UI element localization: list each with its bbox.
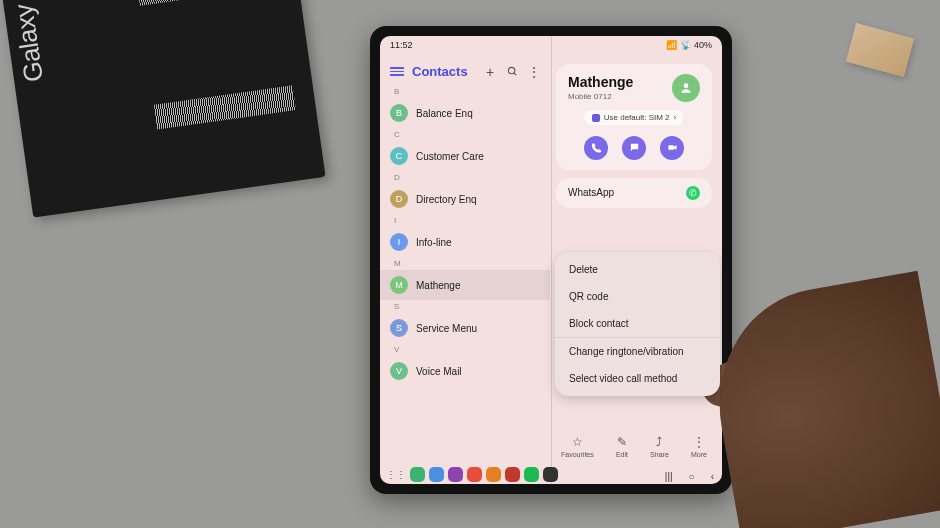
video-button[interactable] bbox=[660, 136, 684, 160]
contact-name: Customer Care bbox=[416, 151, 484, 162]
menu-block-contact[interactable]: Block contact bbox=[555, 310, 720, 337]
section-letter: D bbox=[380, 171, 550, 184]
dock-app[interactable] bbox=[448, 467, 463, 482]
contact-name: Voice Mail bbox=[416, 366, 462, 377]
detail-avatar[interactable] bbox=[672, 74, 700, 102]
app-dock: ⋮⋮ bbox=[386, 467, 642, 482]
whatsapp-row[interactable]: WhatsApp ✆ bbox=[556, 178, 712, 208]
detail-phone: Mobile 0712 bbox=[568, 92, 633, 101]
device-frame: 11:52 📶 📡 40% Contacts + ⋮ B bbox=[370, 26, 732, 494]
whatsapp-icon: ✆ bbox=[686, 186, 700, 200]
contact-row[interactable]: V Voice Mail bbox=[380, 356, 550, 386]
section-letter: C bbox=[380, 128, 550, 141]
nav-home[interactable]: ○ bbox=[689, 471, 695, 482]
svg-point-2 bbox=[684, 83, 689, 88]
avatar: S bbox=[390, 319, 408, 337]
avatar: B bbox=[390, 104, 408, 122]
svg-point-0 bbox=[508, 67, 514, 73]
add-icon[interactable]: + bbox=[484, 66, 496, 78]
menu-video-call-method[interactable]: Select video call method bbox=[555, 365, 720, 392]
contact-row[interactable]: S Service Menu bbox=[380, 313, 550, 343]
product-box: Galaxy Z Fold6 bbox=[0, 0, 326, 218]
contact-row[interactable]: B Balance Enq bbox=[380, 98, 550, 128]
status-time: 11:52 bbox=[390, 40, 413, 50]
section-letter: M bbox=[380, 257, 550, 270]
edit-button[interactable]: ✎Edit bbox=[616, 435, 628, 458]
menu-icon[interactable] bbox=[390, 67, 404, 76]
favourites-button[interactable]: ☆Favourites bbox=[561, 435, 594, 458]
chevron-right-icon: › bbox=[674, 113, 677, 122]
nav-recents[interactable]: ||| bbox=[665, 471, 673, 482]
header-title: Contacts bbox=[412, 64, 468, 79]
message-button[interactable] bbox=[622, 136, 646, 160]
section-letter: S bbox=[380, 300, 550, 313]
search-icon[interactable] bbox=[506, 66, 518, 78]
contact-row[interactable]: C Customer Care bbox=[380, 141, 550, 171]
dock-app[interactable] bbox=[505, 467, 520, 482]
dock-app-phone[interactable] bbox=[410, 467, 425, 482]
share-button[interactable]: ⤴Share bbox=[650, 435, 669, 458]
contact-name: Mathenge bbox=[416, 280, 460, 291]
section-letter: B bbox=[380, 85, 550, 98]
avatar: D bbox=[390, 190, 408, 208]
apps-icon[interactable]: ⋮⋮ bbox=[386, 469, 406, 480]
menu-qr-code[interactable]: QR code bbox=[555, 283, 720, 310]
contact-name: Directory Enq bbox=[416, 194, 477, 205]
contact-row[interactable]: I Info-line bbox=[380, 227, 550, 257]
whatsapp-label: WhatsApp bbox=[568, 187, 614, 198]
menu-change-ringtone[interactable]: Change ringtone/vibration bbox=[555, 338, 720, 365]
avatar: I bbox=[390, 233, 408, 251]
contact-name: Service Menu bbox=[416, 323, 477, 334]
nav-back[interactable]: ‹ bbox=[711, 471, 714, 482]
more-icon[interactable]: ⋮ bbox=[528, 66, 540, 78]
menu-delete[interactable]: Delete bbox=[555, 256, 720, 283]
svg-rect-3 bbox=[668, 145, 674, 150]
contact-name: Info-line bbox=[416, 237, 452, 248]
contact-row[interactable]: D Directory Enq bbox=[380, 184, 550, 214]
contacts-list-panel: Contacts + ⋮ B B Balance Enq C C Custome… bbox=[380, 36, 550, 484]
barcode bbox=[136, 0, 278, 6]
dock-app-settings[interactable] bbox=[543, 467, 558, 482]
more-button[interactable]: ⋮More bbox=[691, 435, 707, 458]
context-menu: Delete QR code Block contact Change ring… bbox=[555, 252, 720, 396]
avatar: M bbox=[390, 276, 408, 294]
hand bbox=[701, 271, 940, 528]
dock-app-messages[interactable] bbox=[429, 467, 444, 482]
sim-selector[interactable]: Use default: SIM 2 › bbox=[584, 110, 684, 125]
contact-row-selected[interactable]: M Mathenge bbox=[380, 270, 550, 300]
barcode bbox=[154, 85, 296, 129]
contacts-header: Contacts + ⋮ bbox=[380, 58, 550, 85]
star-icon: ☆ bbox=[572, 435, 583, 449]
product-brand-text: Galaxy Z Fold6 bbox=[0, 0, 50, 84]
nav-bar: ||| ○ ‹ bbox=[665, 471, 714, 482]
contact-name: Balance Enq bbox=[416, 108, 473, 119]
more-icon: ⋮ bbox=[693, 435, 705, 449]
detail-bottombar: ☆Favourites ✎Edit ⤴Share ⋮More bbox=[550, 431, 718, 462]
section-letter: I bbox=[380, 214, 550, 227]
screen: 11:52 📶 📡 40% Contacts + ⋮ B bbox=[380, 36, 722, 484]
share-icon: ⤴ bbox=[656, 435, 662, 449]
svg-line-1 bbox=[513, 73, 515, 75]
dock-app-spotify[interactable] bbox=[524, 467, 539, 482]
dock-app[interactable] bbox=[486, 467, 501, 482]
edit-icon: ✎ bbox=[617, 435, 627, 449]
dock-app[interactable] bbox=[467, 467, 482, 482]
avatar: C bbox=[390, 147, 408, 165]
avatar: V bbox=[390, 362, 408, 380]
wood-block bbox=[846, 23, 914, 77]
detail-name: Mathenge bbox=[568, 74, 633, 90]
section-letter: V bbox=[380, 343, 550, 356]
sim-icon bbox=[592, 114, 600, 122]
contact-detail-card: Mathenge Mobile 0712 Use default: SIM 2 … bbox=[556, 64, 712, 170]
call-button[interactable] bbox=[584, 136, 608, 160]
contact-detail-panel: Mathenge Mobile 0712 Use default: SIM 2 … bbox=[550, 36, 722, 484]
